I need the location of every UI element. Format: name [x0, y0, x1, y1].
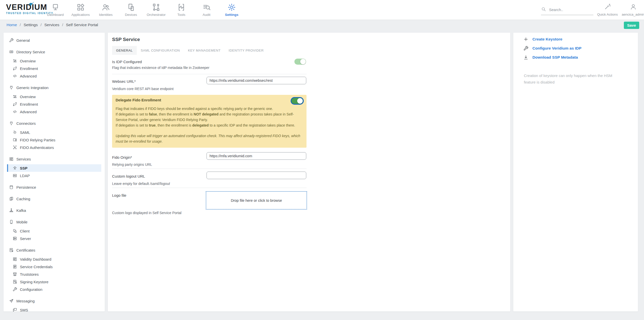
nav-item-applications[interactable]: Applications: [68, 0, 93, 20]
nav-item-label: Dashboard: [47, 13, 64, 17]
code-icon: [7, 74, 17, 78]
text-segment: /saml//logout: [150, 182, 170, 186]
action-link-download-ssp-metadata[interactable]: Download SSP Metadata: [523, 55, 578, 60]
sidebar-item-validity-dashboard[interactable]: Validity Dashboard: [7, 255, 101, 263]
sidebar-item-overview[interactable]: Overview: [7, 57, 101, 65]
delegate-fido-note: Updating this value will trigger an auto…: [116, 133, 303, 144]
breadcrumb-separator: /: [62, 23, 63, 27]
sidebar-item-saml[interactable]: SAML: [7, 129, 101, 136]
sidebar-item-label: Enrollment: [20, 102, 38, 106]
sidebar-item-sms[interactable]: SMS: [7, 306, 101, 311]
sidebar-item-caching[interactable]: Caching: [7, 195, 101, 203]
people-icon: [101, 3, 110, 12]
sidebar-item-label: Server: [20, 236, 31, 241]
sidebar-item-label: Validity Dashboard: [20, 257, 51, 261]
veridium-admin-screen: VERIDIUM TRUSTED DIGITAL IDENTITY Dashbo…: [0, 0, 644, 320]
sidebar-item-overview[interactable]: Overview: [7, 93, 101, 100]
nav-item-dashboard[interactable]: Dashboard: [43, 0, 68, 20]
tab-general[interactable]: GENERAL: [112, 46, 137, 55]
nav-item-identities[interactable]: Identities: [93, 0, 118, 20]
route-icon: [7, 102, 17, 106]
sidebar-item-truststores[interactable]: Truststores: [7, 270, 101, 278]
sidebar-item-fido-authenticators[interactable]: FIDO Authenticators: [7, 144, 101, 151]
nav-item-tools[interactable]: Tools: [169, 0, 194, 20]
sidebar-item-kafka[interactable]: Kafka: [7, 207, 101, 214]
nav-item-label: Orchestrator: [147, 13, 165, 17]
sidebar-item-messaging[interactable]: Messaging: [7, 297, 101, 305]
is-idp-toggle[interactable]: [294, 59, 306, 65]
sidebar-item-configuration[interactable]: Configuration: [7, 286, 101, 293]
nav-item-label: Applications: [72, 13, 90, 17]
tab-identity-provider[interactable]: IDENTITY PROVIDER: [225, 46, 268, 55]
text-segment: to a specific IDP and the registration t…: [209, 123, 295, 127]
breadcrumb-settings: Settings: [24, 23, 38, 27]
sidebar-item-directory-service[interactable]: ADDirectory Service: [7, 48, 101, 56]
breadcrumb-separator: /: [20, 23, 21, 27]
sidebar-item-label: Persistence: [16, 185, 36, 189]
warning-text-line: Flag that indicates if FIDO keys should …: [116, 106, 303, 111]
quick-actions-button[interactable]: Quick Actions: [595, 3, 620, 16]
sidebar-item-fido-relying-parties[interactable]: FIDO Relying Parties: [7, 136, 101, 144]
sidebar-item-enrollment[interactable]: Enrollment: [7, 100, 101, 108]
fido-origin-input[interactable]: [207, 152, 306, 160]
search-input[interactable]: [549, 8, 587, 12]
sidebar-item-persistence[interactable]: Persistence: [7, 183, 101, 191]
delegate-fido-warning-box: Delegate Fido Enrollment Flag that indic…: [112, 95, 307, 148]
sidebar-item-label: General: [16, 38, 30, 43]
sidebar-item-mobile[interactable]: Mobile: [7, 218, 101, 226]
audit-icon: [202, 3, 211, 12]
sidebar-item-advanced[interactable]: Advanced: [7, 108, 101, 115]
text-segment: , then the enrollment is: [157, 112, 194, 116]
page-title: SSP Service: [112, 37, 140, 42]
delegate-fido-toggle[interactable]: [291, 98, 303, 104]
sidebar-item-server[interactable]: Server: [7, 235, 101, 242]
websec-url-input[interactable]: [207, 77, 306, 84]
sidebar-item-connectors[interactable]: Connectors: [7, 119, 101, 127]
download-icon: [523, 55, 528, 60]
sidebar-item-general[interactable]: General: [7, 36, 101, 44]
nav-item-devices[interactable]: Devices: [118, 0, 144, 20]
toggle-knob: [297, 98, 303, 104]
text-segment: delegated: [192, 123, 209, 127]
sidebar-item-certificates[interactable]: Certificates: [7, 246, 101, 254]
text-segment: Flag that indicates if FIDO keys should …: [116, 107, 273, 111]
sidebar-item-label: Client: [20, 229, 29, 233]
divider: [112, 74, 307, 74]
action-link-create-keystore[interactable]: Create Keystore: [523, 37, 562, 42]
sidebar-item-client[interactable]: Client: [7, 227, 101, 235]
save-button[interactable]: Save: [624, 22, 639, 29]
breadcrumb: Home/Settings/Services/Self Service Port…: [7, 23, 98, 27]
logo-dropzone[interactable]: Drop file here or click to browse: [206, 191, 307, 210]
sidebar-item-label: Directory Service: [16, 50, 45, 54]
sidebar-item-services[interactable]: Services: [7, 155, 101, 163]
breadcrumb-home[interactable]: Home: [7, 23, 17, 27]
sidebar-item-enrollment[interactable]: Enrollment: [7, 65, 101, 72]
devices-icon: [127, 3, 135, 12]
user-menu[interactable]: aencica_admin: [622, 3, 644, 16]
action-link-configure-veridium-as-idp[interactable]: Configure Veridium as IDP: [523, 46, 582, 51]
custom-logout-input[interactable]: [207, 172, 306, 179]
sidebar-item-service-credentials[interactable]: Service Credentials: [7, 263, 101, 270]
sidebar-item-generic-integration[interactable]: Generic Integration: [7, 84, 101, 91]
nav-item-orchestrator[interactable]: Orchestrator: [144, 0, 169, 20]
cache-icon: [7, 196, 14, 201]
sidebar-item-label: Generic Integration: [16, 86, 49, 90]
sidebar-item-ldap[interactable]: LDAP: [7, 172, 101, 179]
sidebar-item-advanced[interactable]: Advanced: [7, 72, 101, 80]
sidebar-item-label: Caching: [16, 197, 30, 201]
nav-item-settings[interactable]: Settings: [219, 0, 244, 20]
search-icon: [541, 7, 546, 13]
tab-saml-configuration[interactable]: SAML CONFIGURATION: [137, 46, 184, 55]
client-devices-icon: [7, 229, 17, 233]
quick-actions-label: Quick Actions: [597, 13, 618, 16]
sidebar-item-signing-keystore[interactable]: Signing Keystore: [7, 278, 101, 286]
network-icon: [7, 208, 14, 213]
nav-item-audit[interactable]: Audit: [194, 0, 219, 20]
nav-item-label: Devices: [125, 13, 137, 17]
plug-icon: [7, 85, 14, 90]
sidebar-item-label: Advanced: [20, 74, 37, 78]
wrench-icon: [7, 38, 14, 43]
fido-origin-description: Relying party origins URL: [112, 163, 152, 167]
sidebar-item-ssp[interactable]: SSP: [7, 164, 101, 172]
tab-key-management[interactable]: KEY MANAGEMENT: [184, 46, 225, 55]
